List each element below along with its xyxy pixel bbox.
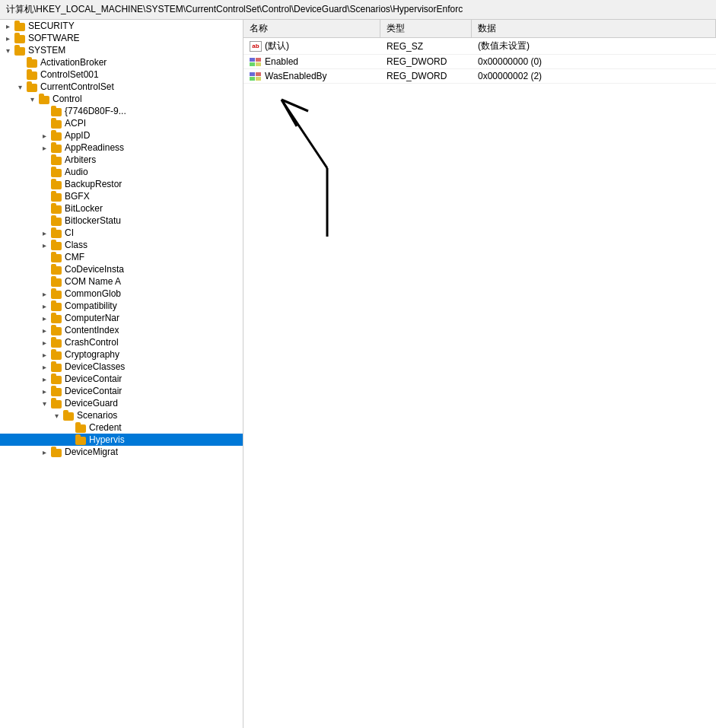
reg-name-text-1: Enabled: [265, 56, 298, 67]
folder-icon-codeviceinst: [50, 264, 62, 275]
tree-label-devicemigrat: DeviceMigrat: [65, 447, 118, 457]
tree-item-contentindex[interactable]: ▸ContentIndex: [0, 324, 243, 336]
tree-item-software[interactable]: ▸SOFTWARE: [0, 32, 243, 44]
tree-item-compatibility[interactable]: ▸Compatibility: [0, 300, 243, 312]
tree-item-security[interactable]: ▸SECURITY: [0, 20, 243, 32]
header-name: 名称: [243, 20, 380, 37]
tree-item-bitlocker[interactable]: BitLocker: [0, 202, 243, 215]
svg-rect-9: [256, 72, 261, 76]
folder-icon-7746d80f: [50, 106, 62, 116]
tree-arrow-class: ▸: [38, 241, 50, 250]
tree-label-cryptography: Cryptography: [65, 349, 119, 360]
tree-item-deviceclasses[interactable]: ▸DeviceClasses: [0, 361, 243, 373]
tree-item-crashcontrol[interactable]: ▸CrashControl: [0, 336, 243, 348]
tree-item-activationbroker[interactable]: ActivationBroker: [0, 56, 243, 68]
tree-label-hypervis: Hypervis: [89, 434, 125, 445]
tree-arrow-commonglob: ▸: [38, 290, 50, 298]
tree-label-controlset001: ControlSet001: [40, 69, 99, 80]
tree-label-class: Class: [65, 240, 88, 250]
tree-label-commonglob: CommonGlob: [65, 288, 121, 299]
tree-arrow-computername: ▸: [38, 314, 50, 323]
tree-label-codeviceinst: CoDeviceInsta: [65, 264, 124, 275]
header-data: 数据: [472, 20, 716, 37]
registry-table: 名称 类型 数据 ab(默认)REG_SZ(数值未设置) EnabledREG_…: [243, 20, 716, 728]
tree-item-acpi[interactable]: ACPI: [0, 117, 243, 129]
tree-item-appid[interactable]: ▸AppID: [0, 129, 243, 141]
svg-rect-6: [250, 62, 255, 66]
reg-name-text-2: WasEnabledBy: [265, 71, 327, 81]
tree-label-appid: AppID: [65, 130, 90, 141]
svg-rect-4: [250, 58, 255, 62]
tree-label-software: SOFTWARE: [28, 33, 80, 43]
tree-item-comname[interactable]: COM Name A: [0, 275, 243, 288]
folder-icon-control: [38, 94, 50, 104]
tree-item-class[interactable]: ▸Class: [0, 239, 243, 251]
tree-item-appreadiness[interactable]: ▸AppReadiness: [0, 141, 243, 154]
registry-row-2[interactable]: WasEnabledByREG_DWORD0x00000002 (2): [243, 69, 716, 84]
tree-arrow-crashcontrol: ▸: [38, 339, 50, 347]
tree-item-devicecontain2[interactable]: ▸DeviceContair: [0, 385, 243, 397]
tree-item-system[interactable]: ▾SYSTEM: [0, 44, 243, 56]
folder-icon-devicecontain2: [50, 386, 62, 396]
folder-icon-system: [14, 45, 26, 56]
tree-label-contentindex: ContentIndex: [65, 325, 119, 335]
tree-label-crashcontrol: CrashControl: [65, 337, 119, 348]
tree-label-backuprestore: BackupRestor: [65, 179, 122, 189]
tree-arrow-appid: ▸: [38, 132, 50, 140]
tree-label-ci: CI: [65, 227, 74, 238]
tree-arrow-devicecontain2: ▸: [38, 387, 50, 396]
tree-item-backuprestore[interactable]: BackupRestor: [0, 178, 243, 190]
tree-item-devicecontain1[interactable]: ▸DeviceContair: [0, 373, 243, 385]
tree-item-commonglob[interactable]: ▸CommonGlob: [0, 288, 243, 300]
tree-arrow-compatibility: ▸: [38, 302, 50, 310]
tree-label-security: SECURITY: [28, 21, 75, 31]
tree-label-computername: ComputerNar: [65, 313, 119, 323]
tree-item-ci[interactable]: ▸CI: [0, 227, 243, 239]
tree-item-credent[interactable]: Credent: [0, 421, 243, 434]
folder-icon-commonglob: [50, 288, 62, 299]
registry-row-0[interactable]: ab(默认)REG_SZ(数值未设置): [243, 38, 716, 55]
tree-arrow-appreadiness: ▸: [38, 144, 50, 152]
folder-icon-arbiters: [50, 154, 62, 165]
tree-item-cmf[interactable]: CMF: [0, 251, 243, 263]
address-path: 计算机\HKEY_LOCAL_MACHINE\SYSTEM\CurrentCon…: [6, 4, 463, 14]
svg-rect-8: [250, 72, 255, 76]
reg-icon-dword-2: [250, 71, 262, 81]
tree-label-deviceguard: DeviceGuard: [65, 398, 118, 409]
reg-data-cell-0: (数值未设置): [472, 38, 716, 54]
tree-label-bitlocker: BitLocker: [65, 203, 103, 214]
folder-icon-compatibility: [50, 300, 62, 311]
tree-arrow-devicemigrat: ▸: [38, 448, 50, 456]
tree-item-codeviceinst[interactable]: CoDeviceInsta: [0, 263, 243, 275]
folder-icon-cryptography: [50, 349, 62, 360]
tree-arrow-control: ▾: [26, 95, 38, 103]
reg-name-cell-1: Enabled: [243, 55, 380, 68]
tree-item-controlset001[interactable]: ControlSet001: [0, 68, 243, 81]
tree-item-bitlockerstatus[interactable]: BitlockerStatu: [0, 215, 243, 227]
tree-item-computername[interactable]: ▸ComputerNar: [0, 312, 243, 324]
tree-arrow-system: ▾: [2, 46, 14, 55]
folder-icon-ci: [50, 227, 62, 238]
registry-row-1[interactable]: EnabledREG_DWORD0x00000000 (0): [243, 55, 716, 69]
tree-item-control[interactable]: ▾Control: [0, 93, 243, 105]
folder-icon-computername: [50, 313, 62, 323]
tree-item-7746d80f[interactable]: {7746D80F-9...: [0, 105, 243, 117]
tree-item-deviceguard[interactable]: ▾DeviceGuard: [0, 397, 243, 409]
svg-rect-11: [256, 77, 261, 81]
tree-arrow-ci: ▸: [38, 229, 50, 237]
tree-item-arbiters[interactable]: Arbiters: [0, 154, 243, 166]
registry-header: 名称 类型 数据: [243, 20, 716, 38]
tree-item-cryptography[interactable]: ▸Cryptography: [0, 348, 243, 361]
tree-arrow-deviceguard: ▾: [38, 399, 50, 408]
tree-item-audio[interactable]: Audio: [0, 166, 243, 178]
tree-label-activationbroker: ActivationBroker: [40, 57, 107, 68]
tree-item-currentcontrolset[interactable]: ▾CurrentControlSet: [0, 81, 243, 93]
tree-label-scenarios: Scenarios: [77, 410, 117, 421]
tree-item-devicemigrat[interactable]: ▸DeviceMigrat: [0, 446, 243, 458]
tree-item-hypervis[interactable]: Hypervis: [0, 434, 243, 446]
folder-icon-bitlocker: [50, 203, 62, 214]
tree-item-bgfx[interactable]: BGFX: [0, 190, 243, 202]
header-type: 类型: [380, 20, 472, 37]
tree-label-bgfx: BGFX: [65, 191, 90, 202]
tree-item-scenarios[interactable]: ▾Scenarios: [0, 409, 243, 421]
